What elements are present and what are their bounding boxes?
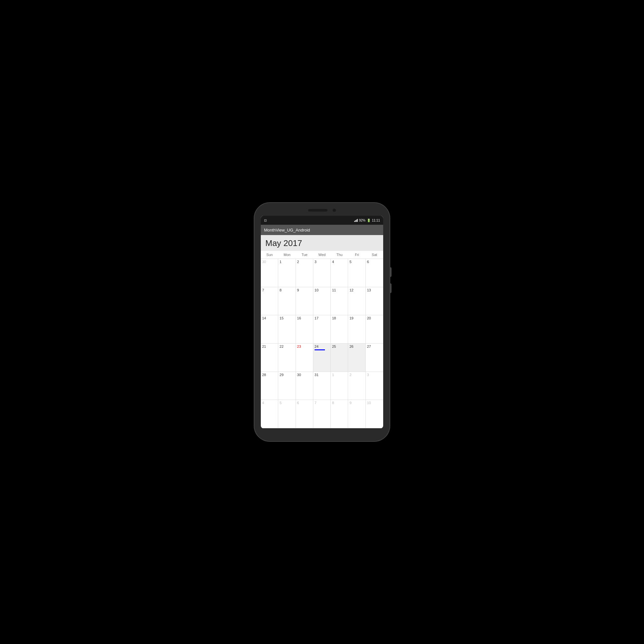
cal-cell-2-4[interactable]: 18: [331, 315, 348, 343]
cal-cell-5-6[interactable]: 10: [366, 400, 383, 428]
cal-cell-0-3[interactable]: 3: [313, 259, 331, 287]
cal-date: 6: [297, 401, 312, 405]
cal-date: 11: [332, 288, 346, 292]
cal-cell-5-4[interactable]: 8: [331, 400, 348, 428]
cal-cell-0-0[interactable]: 30: [261, 259, 278, 287]
day-header-sun: Sun: [261, 252, 278, 257]
signal-bars: [354, 219, 358, 222]
cal-cell-1-6[interactable]: 13: [366, 287, 383, 315]
cal-cell-0-6[interactable]: 6: [366, 259, 383, 287]
day-header-tue: Tue: [296, 252, 313, 257]
calendar-row-3: 21222324252627: [261, 344, 383, 372]
cal-cell-3-4[interactable]: 25: [331, 344, 348, 372]
event-bar: [315, 349, 325, 350]
cal-cell-4-3[interactable]: 31: [313, 372, 331, 400]
cal-cell-2-6[interactable]: 20: [366, 315, 383, 343]
cal-date: 1: [279, 260, 294, 264]
app-bar: MonthView_UG_Android: [261, 225, 383, 235]
calendar-row-4: 28293031123: [261, 372, 383, 400]
day-header-sat: Sat: [366, 252, 383, 257]
cal-date: 31: [315, 373, 329, 377]
cal-cell-1-0[interactable]: 7: [261, 287, 278, 315]
cal-cell-2-5[interactable]: 19: [348, 315, 365, 343]
cal-cell-3-3[interactable]: 24: [313, 344, 331, 372]
cal-date: 23: [297, 345, 312, 349]
cal-date: 22: [279, 345, 294, 349]
cal-date: 24: [315, 345, 329, 349]
cal-cell-3-6[interactable]: 27: [366, 344, 383, 372]
cal-cell-1-4[interactable]: 11: [331, 287, 348, 315]
calendar-row-2: 14151617181920: [261, 315, 383, 344]
calendar[interactable]: SunMonTueWedThuFriSat 301234567891011121…: [261, 251, 383, 428]
cal-cell-4-2[interactable]: 30: [296, 372, 313, 400]
time-display: 11:11: [372, 219, 380, 222]
battery-percent: 92%: [359, 219, 365, 222]
phone-screen: ⊡ 92% 🔋 11:11 MonthView_UG_Android May 2…: [261, 216, 383, 428]
cal-date: 2: [297, 260, 312, 264]
cal-date: 1: [332, 373, 346, 377]
cal-date: 12: [349, 288, 364, 292]
cal-cell-4-5[interactable]: 2: [348, 372, 365, 400]
calendar-grid[interactable]: 3012345678910111213141516171819202122232…: [261, 259, 383, 428]
status-bar: ⊡ 92% 🔋 11:11: [261, 216, 383, 225]
cal-cell-4-4[interactable]: 1: [331, 372, 348, 400]
cal-date: 5: [279, 401, 294, 405]
cal-cell-1-3[interactable]: 10: [313, 287, 331, 315]
month-header: May 2017: [261, 235, 383, 251]
cal-cell-2-1[interactable]: 15: [278, 315, 296, 343]
cal-date: 6: [367, 260, 382, 264]
cal-date: 8: [332, 401, 346, 405]
cal-cell-5-0[interactable]: 4: [261, 400, 278, 428]
cal-cell-0-2[interactable]: 2: [296, 259, 313, 287]
cal-date: 10: [315, 288, 329, 292]
calendar-row-5: 45678910: [261, 400, 383, 428]
cal-date: 3: [367, 373, 382, 377]
cal-date: 25: [332, 345, 346, 349]
cal-cell-1-5[interactable]: 12: [348, 287, 365, 315]
cal-cell-0-1[interactable]: 1: [278, 259, 296, 287]
day-header-fri: Fri: [348, 252, 365, 257]
month-title: May 2017: [265, 238, 379, 248]
cal-cell-0-4[interactable]: 4: [331, 259, 348, 287]
calendar-row-0: 30123456: [261, 259, 383, 287]
cal-date: 13: [367, 288, 382, 292]
day-headers: SunMonTueWedThuFriSat: [261, 251, 383, 259]
cal-cell-2-3[interactable]: 17: [313, 315, 331, 343]
cal-date: 5: [349, 260, 364, 264]
cal-cell-5-3[interactable]: 7: [313, 400, 331, 428]
cal-date: 8: [279, 288, 294, 292]
cal-cell-0-5[interactable]: 5: [348, 259, 365, 287]
cal-date: 2: [349, 373, 364, 377]
cal-date: 4: [332, 260, 346, 264]
battery-icon: 🔋: [367, 219, 371, 222]
cal-cell-3-0[interactable]: 21: [261, 344, 278, 372]
cal-cell-1-1[interactable]: 8: [278, 287, 296, 315]
cal-date: 16: [297, 316, 312, 320]
day-header-mon: Mon: [278, 252, 296, 257]
camera: [333, 209, 336, 212]
cal-cell-3-2[interactable]: 23: [296, 344, 313, 372]
cal-cell-4-0[interactable]: 28: [261, 372, 278, 400]
cal-cell-5-1[interactable]: 5: [278, 400, 296, 428]
cal-date: 27: [367, 345, 382, 349]
cal-cell-2-0[interactable]: 14: [261, 315, 278, 343]
cal-date: 19: [349, 316, 364, 320]
cal-date: 26: [349, 345, 364, 349]
cal-cell-3-5[interactable]: 26: [348, 344, 365, 372]
cal-cell-4-6[interactable]: 3: [366, 372, 383, 400]
day-header-wed: Wed: [313, 252, 331, 257]
cal-date: 9: [297, 288, 312, 292]
cal-cell-1-2[interactable]: 9: [296, 287, 313, 315]
cal-date: 7: [262, 288, 277, 292]
cal-date: 18: [332, 316, 346, 320]
cal-cell-5-2[interactable]: 6: [296, 400, 313, 428]
cal-cell-5-5[interactable]: 9: [348, 400, 365, 428]
cal-date: 7: [315, 401, 329, 405]
cal-cell-3-1[interactable]: 22: [278, 344, 296, 372]
cal-cell-4-1[interactable]: 29: [278, 372, 296, 400]
cal-cell-2-2[interactable]: 16: [296, 315, 313, 343]
cal-date: 28: [262, 373, 277, 377]
phone-device: ⊡ 92% 🔋 11:11 MonthView_UG_Android May 2…: [254, 203, 390, 441]
calendar-row-1: 78910111213: [261, 287, 383, 316]
cal-date: 9: [349, 401, 364, 405]
